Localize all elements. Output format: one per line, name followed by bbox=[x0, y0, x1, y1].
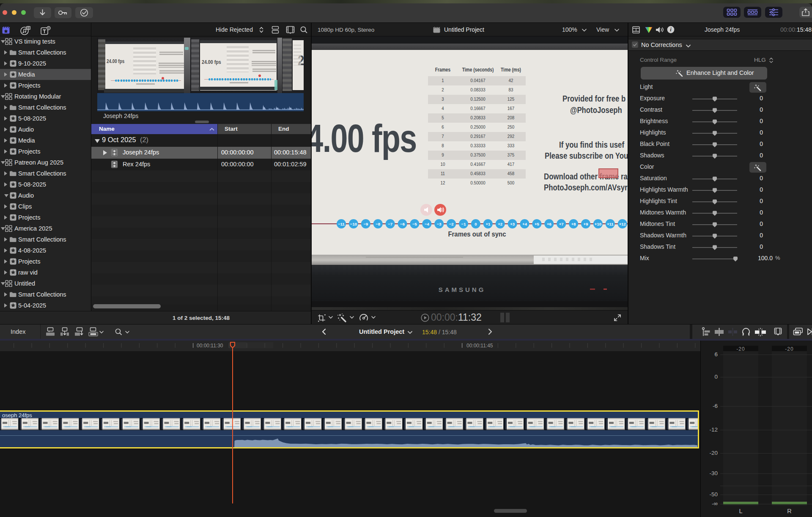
svg-text:−9: −9 bbox=[363, 222, 368, 226]
svg-text:+9: +9 bbox=[584, 222, 588, 226]
svg-text:i: i bbox=[670, 27, 672, 33]
svg-text:+10: +10 bbox=[595, 222, 601, 226]
svg-text:+7: +7 bbox=[559, 222, 564, 226]
svg-text:−3: −3 bbox=[437, 222, 442, 226]
svg-text:−1: −1 bbox=[461, 222, 466, 226]
svg-text:+2: +2 bbox=[498, 222, 502, 226]
svg-text:−2: −2 bbox=[449, 222, 454, 226]
svg-text:+4: +4 bbox=[522, 222, 527, 226]
svg-text:+12: +12 bbox=[619, 222, 626, 226]
svg-text:+8: +8 bbox=[571, 222, 576, 226]
svg-text:+11: +11 bbox=[607, 222, 614, 226]
svg-text:+3: +3 bbox=[510, 222, 515, 226]
svg-text:−5: −5 bbox=[412, 222, 417, 226]
svg-text:−8: −8 bbox=[376, 222, 380, 226]
svg-text:−6: −6 bbox=[400, 222, 405, 226]
svg-text:−7: −7 bbox=[388, 222, 392, 226]
svg-text:+1: +1 bbox=[486, 222, 491, 226]
svg-text:−11: −11 bbox=[338, 222, 345, 226]
svg-text:−10: −10 bbox=[350, 222, 357, 226]
svg-text:−4: −4 bbox=[425, 222, 430, 226]
svg-text:0: 0 bbox=[475, 222, 477, 226]
svg-text:+5: +5 bbox=[535, 222, 540, 226]
svg-text:+6: +6 bbox=[547, 222, 551, 226]
